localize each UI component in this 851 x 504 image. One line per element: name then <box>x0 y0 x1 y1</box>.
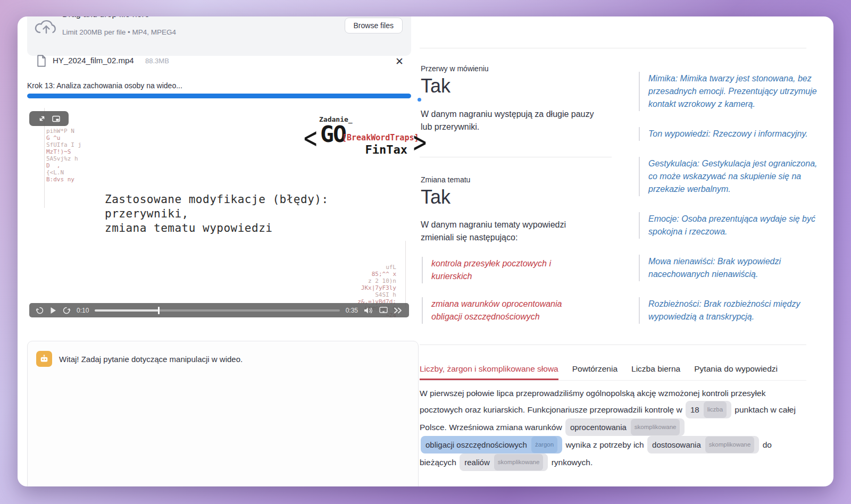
observation-quote: Emocje: Osoba prezentująca wydaje się by… <box>639 212 824 239</box>
upload-cloud-icon <box>35 19 58 38</box>
play-icon[interactable] <box>50 307 56 314</box>
file-size: 88.3MB <box>145 57 169 65</box>
desktop-background: Drag and drop file here Limit 200MB per … <box>0 0 851 504</box>
noise-line: ufL <box>357 264 396 271</box>
current-time: 0:10 <box>77 307 89 314</box>
logo-left-angle: < <box>304 120 317 155</box>
divider <box>420 345 806 345</box>
noise-line: SfUIfa I j <box>46 141 81 148</box>
noise-line: S4SI h <box>357 291 396 298</box>
caption-line: zmiana tematu wypowiedzi <box>105 221 329 236</box>
forward-icon[interactable] <box>62 306 71 315</box>
noise-line: D , <box>46 162 81 169</box>
logo-fintax-text: FinTax <box>365 143 407 156</box>
cast-screen-icon[interactable] <box>379 307 388 314</box>
observation-list: Mimika: Mimika twarzy jest stonowana, be… <box>639 72 824 340</box>
duration-time: 0:35 <box>346 307 358 314</box>
pauses-metric-value: Tak <box>421 75 450 97</box>
remove-file-button[interactable]: ✕ <box>392 54 407 70</box>
file-icon <box>37 55 46 69</box>
noise-line: {<L.N <box>46 169 81 176</box>
pauses-description: W danym nagraniu występują za długie pau… <box>421 108 596 133</box>
topic-quote: zmiana warunków oprocentowania obligacji… <box>422 297 592 324</box>
video-overlay-controls <box>29 111 69 126</box>
chat-message: Witaj! Zadaj pytanie dotyczące manipulac… <box>28 341 418 376</box>
highlight-tag: skomplikowane <box>631 419 680 435</box>
noise-line: MzT!)~S <box>46 148 81 155</box>
file-uploader-dropzone[interactable]: Drag and drop file here Limit 200MB per … <box>27 16 411 56</box>
transcript-paragraph: W pierwszej połowie lipca przeprowadzili… <box>420 385 808 471</box>
topic-change-metric-label: Zmiana tematu <box>421 175 470 184</box>
highlight-tag: skomplikowane <box>494 454 544 471</box>
tab-0[interactable]: Liczby, żargon i skomplikowane słowa <box>420 361 558 380</box>
fullscreen-icon[interactable] <box>38 115 46 122</box>
caption-line: Zastosowane modyfikacje (błędy): <box>105 192 329 207</box>
analysis-progress-bar <box>27 94 411 98</box>
observation-quote: Mimika: Mimika twarzy jest stonowana, be… <box>639 72 824 111</box>
video-player[interactable]: pihW*P NG ^uSfUIfa I jMzT!)~S5A5vj%z hD … <box>27 104 411 320</box>
noise-line: 85;^^ x <box>357 271 396 278</box>
highlight-complex-pill: oprocentowaniaskomplikowane <box>565 418 685 436</box>
skip-next-icon[interactable] <box>394 307 403 314</box>
highlight-word: dostosowania <box>652 437 701 452</box>
observation-quote: Ton wypowiedzi: Rzeczowy i informacyjny. <box>639 127 824 141</box>
caption-line: przerywniki, <box>105 207 329 221</box>
status-dot <box>418 98 421 102</box>
highlight-complex-pill: dostosowaniaskomplikowane <box>647 436 759 453</box>
highlight-complex-pill: realiówskomplikowane <box>460 453 548 471</box>
noise-line: 5A5vj%z h <box>46 155 81 162</box>
noise-line: JKx|7yF3ly <box>357 284 396 291</box>
highlight-tag: żargon <box>531 436 557 453</box>
topic-change-metric-value: Tak <box>421 186 450 208</box>
analysis-panel: Przerwy w mówieniu Tak W danym nagraniu … <box>420 16 806 486</box>
observation-quote: Mowa nienawiści: Brak wypowiedzi nacecho… <box>639 255 824 281</box>
pauses-metric-label: Przerwy w mówieniu <box>421 64 489 73</box>
volume-icon[interactable] <box>364 307 373 314</box>
browse-files-button[interactable]: Browse files <box>345 18 403 33</box>
uploaded-file-row: HY_2024_film_02.mp4 88.3MB ✕ <box>27 54 411 70</box>
tab-3[interactable]: Pytania do wypowiedzi <box>694 361 778 380</box>
progress-step-label: Krok 13: Analiza zachowania osoby na wid… <box>27 81 182 90</box>
robot-avatar-icon <box>36 351 52 367</box>
analysis-progress-fill <box>27 94 411 98</box>
highlight-word: obligacji oszczędnościowych <box>426 437 527 452</box>
topic-list: kontrola przesyłek pocztowych i kuriersk… <box>422 257 592 338</box>
tab-2[interactable]: Liczba bierna <box>631 361 680 380</box>
noise-line: B:dvs ny <box>46 176 81 183</box>
tab-1[interactable]: Powtórzenia <box>572 361 618 380</box>
app-window: Drag and drop file here Limit 200MB per … <box>18 16 833 486</box>
noise-line: z 2 10)n <box>357 278 396 284</box>
highlight-number-pill: 18liczba <box>686 401 731 418</box>
video-caption: Zastosowane modyfikacje (błędy):przerywn… <box>105 192 329 236</box>
file-name: HY_2024_film_02.mp4 <box>53 56 134 65</box>
seek-bar-fill <box>95 309 158 312</box>
rewind-icon[interactable] <box>36 306 44 315</box>
upload-limit-label: Limit 200MB per file • MP4, MPEG4 <box>62 28 176 36</box>
observation-quote: Rozbieżności: Brak rozbieżności między w… <box>639 297 824 324</box>
picture-in-picture-icon[interactable] <box>52 115 60 122</box>
highlight-word: oprocentowania <box>570 419 627 435</box>
divider <box>420 48 806 48</box>
highlight-jargon-pill: obligacji oszczędnościowychżargon <box>421 436 562 453</box>
drag-drop-label: Drag and drop file here <box>62 16 149 19</box>
divider <box>420 157 612 157</box>
highlight-word: realiów <box>464 455 490 470</box>
brand-logo: Zadanie_ < GO [BreakWordTraps] FinTax > <box>274 115 429 164</box>
chat-container: Witaj! Zadaj pytanie dotyczące manipulac… <box>27 341 419 486</box>
topic-quote: kontrola przesyłek pocztowych i kuriersk… <box>422 257 592 283</box>
video-frame-line-right <box>405 241 406 308</box>
tabs: Liczby, żargon i skomplikowane słowaPowt… <box>420 361 806 381</box>
noise-line: pihW*P N <box>46 128 81 135</box>
topic-change-description: W danym nagraniu tematy wypowiedzi zmien… <box>421 219 596 244</box>
highlight-tag: liczba <box>704 401 727 418</box>
video-controls-bar: 0:10 0:35 <box>29 303 409 317</box>
highlight-word: 18 <box>690 402 699 417</box>
observation-quote: Gestykulacja: Gestykulacja jest ogranicz… <box>639 157 824 196</box>
logo-breakwordtraps-text: [BreakWordTraps] <box>342 133 419 142</box>
seek-handle[interactable] <box>158 307 160 314</box>
chat-message-text: Witaj! Zadaj pytanie dotyczące manipulac… <box>59 355 243 364</box>
noise-line: G ^u <box>46 135 81 141</box>
highlight-tag: skomplikowane <box>705 436 755 453</box>
seek-bar[interactable] <box>95 309 339 312</box>
